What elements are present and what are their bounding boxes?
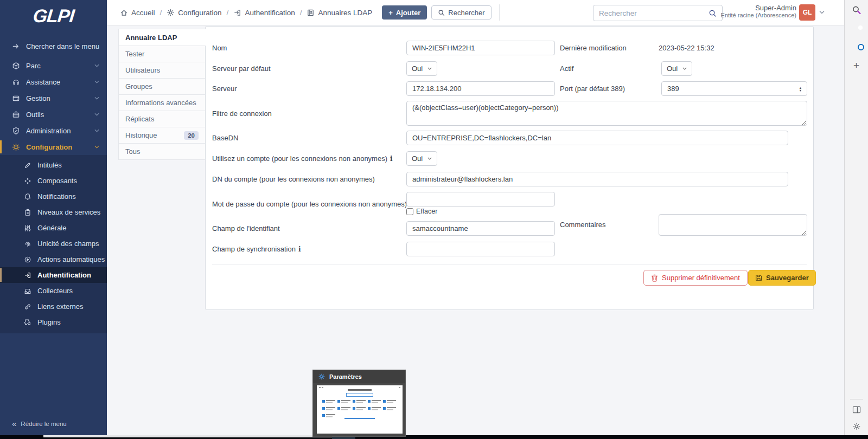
- link-icon: [24, 303, 31, 311]
- gear-icon: [167, 9, 175, 17]
- number-spinner[interactable]: ▴▾: [800, 86, 801, 92]
- breadcrumb-authentification[interactable]: Authentification: [233, 9, 295, 17]
- collapse-menu-button[interactable]: « Réduire le menu: [0, 419, 107, 428]
- settings-gear-icon[interactable]: [852, 422, 860, 430]
- basedn-input[interactable]: [406, 131, 788, 145]
- side-panel-icon[interactable]: [852, 406, 860, 414]
- field-label-filtre: Filtre de connexion: [212, 109, 272, 118]
- chevron-down-icon: [682, 67, 687, 70]
- serveur-input[interactable]: [406, 81, 555, 96]
- info-icon[interactable]: i: [390, 155, 393, 163]
- user-avatar[interactable]: GL: [799, 4, 815, 21]
- sidebar-item-collecteurs[interactable]: Collecteurs: [0, 283, 107, 299]
- sidebar-search-label: Chercher dans le menu: [26, 42, 99, 50]
- tab-annuaire-ldap[interactable]: Annuaire LDAP: [118, 29, 206, 46]
- headset-icon: [12, 78, 20, 86]
- sidebar-item-outils[interactable]: Outils: [0, 106, 107, 122]
- sidebar-item-authentification[interactable]: Authentification: [0, 267, 107, 283]
- search-icon[interactable]: [709, 9, 717, 17]
- sidebar-item-gestion[interactable]: Gestion: [0, 90, 107, 106]
- login-icon: [24, 272, 31, 279]
- sidebar-item-actions-automatiques[interactable]: Actions automatiques: [0, 251, 107, 267]
- user-block[interactable]: Super-Admin Entité racine (Arborescence): [721, 4, 796, 18]
- thumb-link-line: [344, 418, 375, 419]
- nom-input[interactable]: [406, 41, 555, 55]
- field-label-port: Port (par défaut 389): [560, 85, 625, 93]
- dn-compte-input[interactable]: [406, 172, 788, 186]
- gear-play-icon: [24, 256, 31, 263]
- sidebar-item-unicite-champs[interactable]: Unicité des champs: [0, 236, 107, 251]
- settings-tile: [383, 400, 396, 405]
- sidebar-item-configuration[interactable]: Configuration: [0, 139, 107, 155]
- tab-utilisateurs[interactable]: Utilisateurs: [118, 62, 206, 79]
- bing-search-icon[interactable]: [852, 5, 861, 15]
- chevron-down-icon: [94, 145, 99, 149]
- global-search-input[interactable]: [599, 9, 709, 17]
- breadcrumb-annuaires-ldap[interactable]: Annuaires LDAP: [307, 9, 372, 17]
- sidebar-item-niveaux-services[interactable]: Niveaux de services: [0, 204, 107, 220]
- settings-tile: [368, 407, 381, 412]
- commentaires-textarea[interactable]: [659, 214, 807, 236]
- tab-replicats[interactable]: Réplicats: [118, 111, 206, 127]
- serveur-par-defaut-select[interactable]: Oui: [406, 61, 437, 76]
- add-button[interactable]: + Ajouter: [382, 5, 427, 20]
- champ-synchronisation-input[interactable]: [406, 242, 555, 256]
- sidebar-search-menu[interactable]: Chercher dans le menu: [0, 38, 107, 54]
- windows-taskbar[interactable]: [0, 435, 868, 439]
- sidebar-item-generale[interactable]: Générale: [0, 220, 107, 236]
- chevron-down-icon: [94, 96, 99, 100]
- sidebar-item-notifications[interactable]: Notifications: [0, 189, 107, 204]
- breadcrumb-label: Authentification: [245, 9, 295, 17]
- breadcrumb-separator: /: [300, 9, 302, 17]
- actif-select[interactable]: Oui: [661, 61, 692, 76]
- sidebar-item-assistance[interactable]: Assistance: [0, 74, 107, 90]
- sidebar-item-label: Collecteurs: [37, 287, 73, 295]
- thumb-control-dot: [319, 387, 321, 388]
- breadcrumb-accueil[interactable]: Accueil: [120, 9, 155, 17]
- sidebar: GLPI Chercher dans le menu Parc Assistan…: [0, 0, 107, 435]
- effacer-checkbox[interactable]: [406, 208, 413, 215]
- thumb-control-dot: [322, 387, 323, 388]
- port-input[interactable]: 389 ▴▾: [661, 81, 807, 96]
- sidebar-item-intitules[interactable]: Intitulés: [0, 157, 107, 173]
- sidebar-item-liens-externes[interactable]: Liens externes: [0, 299, 107, 314]
- sidebar-item-label: Composants: [37, 177, 77, 185]
- taskbar-preview-window[interactable]: Paramètres: [312, 370, 406, 437]
- sidebar-item-parc[interactable]: Parc: [0, 57, 107, 74]
- delete-button-label: Supprimer définitivement: [662, 274, 740, 282]
- sidebar-item-administration[interactable]: Administration: [0, 122, 107, 139]
- filtre-connexion-textarea[interactable]: (&(objectClass=user)(objectCategory=pers…: [406, 101, 807, 126]
- mot-de-passe-input[interactable]: [406, 192, 555, 206]
- tab-tous[interactable]: Tous: [118, 144, 206, 160]
- delete-button[interactable]: Supprimer définitivement: [643, 270, 748, 286]
- sidebar-item-label: Assistance: [26, 78, 88, 86]
- field-label-serveur: Serveur: [212, 85, 237, 93]
- breadcrumb-configuration[interactable]: Configuration: [167, 9, 221, 17]
- avatar-initials: GL: [803, 9, 812, 16]
- sidebar-item-label: Configuration: [26, 143, 88, 151]
- glpi-logo[interactable]: GLPI: [0, 0, 107, 31]
- thumb-search-box: [346, 393, 373, 397]
- use-account-select[interactable]: Oui: [406, 151, 437, 166]
- search-button[interactable]: Rechercher: [431, 5, 491, 20]
- spinner-down-icon[interactable]: ▾: [800, 89, 801, 92]
- field-label-dn-compte: DN du compte (pour les connexions non an…: [212, 175, 375, 183]
- settings-tile: [383, 407, 396, 412]
- info-icon[interactable]: i: [298, 246, 301, 253]
- global-search: [593, 5, 723, 21]
- save-button[interactable]: Sauvegarder: [748, 270, 816, 286]
- sidebar-item-plugins[interactable]: Plugins: [0, 314, 107, 330]
- sidebar-item-composants[interactable]: Composants: [0, 173, 107, 189]
- chevron-down-icon: [427, 157, 432, 160]
- thumb-title-line: [348, 389, 372, 391]
- add-button-label: Ajouter: [396, 9, 421, 17]
- plus-icon[interactable]: +: [853, 60, 859, 72]
- tab-historique[interactable]: Historique20: [118, 127, 206, 144]
- save-button-label: Sauvegarder: [766, 274, 809, 282]
- settings-thumbnail[interactable]: [317, 385, 403, 434]
- tab-informations-avancees[interactable]: Informations avancées: [118, 95, 206, 111]
- tab-groupes[interactable]: Groupes: [118, 79, 206, 95]
- tab-tester[interactable]: Tester: [118, 46, 206, 62]
- chevron-down-icon[interactable]: [819, 10, 825, 14]
- champ-identifiant-input[interactable]: [406, 221, 555, 236]
